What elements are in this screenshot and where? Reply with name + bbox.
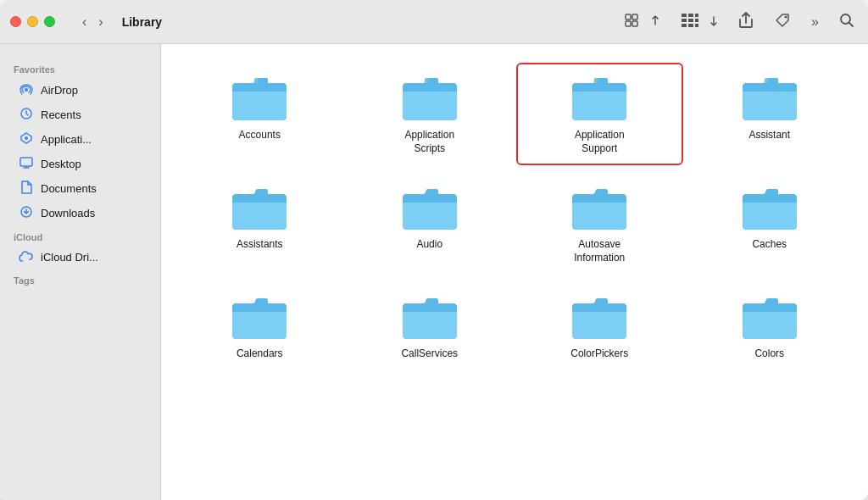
window-title: Library (122, 15, 162, 29)
folder-calendars-label: Calendars (236, 347, 283, 361)
maximize-button[interactable] (44, 16, 55, 27)
folder-application-support-label: Application Support (561, 129, 637, 155)
folder-colorpickers-label: ColorPickers (570, 347, 628, 361)
folder-audio-icon (399, 182, 460, 233)
folder-colors[interactable]: Colors (688, 283, 852, 369)
folder-autosave-information[interactable]: Autosave Information (518, 174, 682, 273)
sidebar-item-airdrop[interactable]: AirDrop (5, 78, 155, 103)
file-grid: Accounts Application Scripts (178, 64, 851, 369)
svg-rect-19 (20, 158, 32, 166)
titlebar: ‹ › Library (0, 0, 868, 44)
navigation-area: ‹ › (79, 11, 107, 33)
folder-callservices[interactable]: CallServices (348, 283, 512, 369)
main-file-area: Accounts Application Scripts (161, 44, 868, 500)
svg-rect-7 (682, 19, 687, 22)
airdrop-icon (19, 82, 34, 98)
svg-rect-9 (695, 19, 698, 22)
folder-assistant-label: Assistant (748, 129, 790, 142)
folder-assistant-icon (739, 73, 800, 124)
sidebar-item-desktop[interactable]: Desktop (5, 152, 155, 176)
sidebar-item-icloud-drive[interactable]: iCloud Dri... (5, 246, 155, 269)
folder-assistants[interactable]: Assistants (178, 174, 342, 273)
svg-rect-0 (626, 14, 631, 19)
folder-accounts-icon (229, 73, 290, 124)
tags-label: Tags (0, 275, 160, 286)
content-wrapper: Favorites AirDrop (0, 44, 868, 500)
folder-assistant[interactable]: Assistant (688, 64, 852, 164)
folder-application-support-icon (569, 73, 630, 124)
folder-application-support[interactable]: Application Support (518, 64, 682, 164)
list-view-button[interactable] (677, 9, 703, 35)
grid-view-button[interactable] (620, 8, 643, 36)
sidebar-item-recents-label: Recents (41, 108, 81, 121)
svg-line-15 (849, 22, 854, 26)
folder-callservices-icon (399, 292, 460, 342)
folder-audio[interactable]: Audio (348, 174, 512, 273)
folder-calendars-icon (229, 292, 290, 342)
favorites-label: Favorites (0, 64, 160, 75)
svg-rect-10 (682, 24, 687, 27)
folder-callservices-label: CallServices (401, 347, 458, 361)
svg-rect-4 (682, 14, 687, 17)
sidebar-item-applications[interactable]: Applicati... (5, 127, 155, 152)
sidebar-item-downloads[interactable]: Downloads (5, 201, 155, 225)
sidebar-item-recents[interactable]: Recents (5, 103, 155, 127)
svg-rect-3 (632, 21, 637, 26)
folder-colors-icon (739, 292, 800, 342)
back-button[interactable]: ‹ (79, 11, 90, 33)
folder-application-scripts-label: Application Scripts (392, 129, 468, 155)
view-options-button[interactable] (706, 11, 721, 33)
folder-autosave-icon (569, 182, 630, 233)
svg-rect-5 (688, 14, 693, 17)
folder-caches[interactable]: Caches (688, 174, 852, 273)
sidebar-item-airdrop-label: AirDrop (41, 84, 78, 97)
share-button[interactable] (735, 8, 757, 36)
close-button[interactable] (10, 16, 21, 27)
forward-button[interactable]: › (95, 11, 106, 33)
recents-icon (19, 107, 34, 123)
folder-autosave-label: Autosave Information (561, 238, 637, 264)
folder-colors-label: Colors (754, 347, 784, 361)
svg-rect-2 (626, 21, 631, 26)
more-button[interactable]: » (808, 11, 822, 33)
sidebar-item-documents[interactable]: Documents (5, 176, 155, 201)
folder-caches-icon (739, 182, 800, 233)
finder-window: ‹ › Library (0, 0, 868, 500)
svg-rect-11 (688, 24, 693, 27)
svg-rect-8 (688, 19, 693, 22)
folder-application-scripts-icon (399, 73, 460, 124)
sidebar-item-desktop-label: Desktop (41, 158, 81, 170)
sort-options-button[interactable] (647, 11, 664, 33)
folder-colorpickers[interactable]: ColorPickers (518, 283, 682, 369)
documents-icon (19, 181, 34, 197)
folder-assistants-icon (229, 182, 290, 233)
toolbar-right: » (620, 8, 858, 36)
folder-calendars[interactable]: Calendars (178, 283, 342, 369)
minimize-button[interactable] (27, 16, 38, 27)
folder-audio-label: Audio (416, 238, 442, 252)
folder-accounts-label: Accounts (239, 129, 281, 142)
applications-icon (19, 131, 34, 147)
sidebar-item-icloud-label: iCloud Dri... (41, 251, 98, 264)
sidebar-item-documents-label: Documents (41, 182, 97, 195)
svg-point-16 (25, 88, 28, 92)
svg-rect-6 (695, 14, 698, 17)
svg-rect-1 (632, 14, 637, 19)
folder-colorpickers-icon (569, 292, 630, 342)
list-view-toggle (677, 9, 721, 35)
folder-assistants-label: Assistants (236, 238, 283, 252)
folder-application-scripts[interactable]: Application Scripts (348, 64, 512, 164)
svg-rect-12 (695, 24, 698, 27)
sidebar-item-downloads-label: Downloads (41, 207, 95, 219)
sidebar: Favorites AirDrop (0, 44, 161, 500)
desktop-icon (19, 156, 34, 172)
view-toggle (620, 8, 664, 36)
sidebar-item-applications-label: Applicati... (41, 133, 92, 146)
tag-button[interactable] (771, 8, 794, 36)
svg-point-13 (785, 15, 787, 18)
folder-accounts[interactable]: Accounts (178, 64, 342, 164)
folder-caches-label: Caches (752, 238, 787, 252)
search-button[interactable] (836, 9, 858, 35)
icloud-label: iCloud (0, 232, 160, 242)
svg-point-18 (25, 136, 28, 140)
